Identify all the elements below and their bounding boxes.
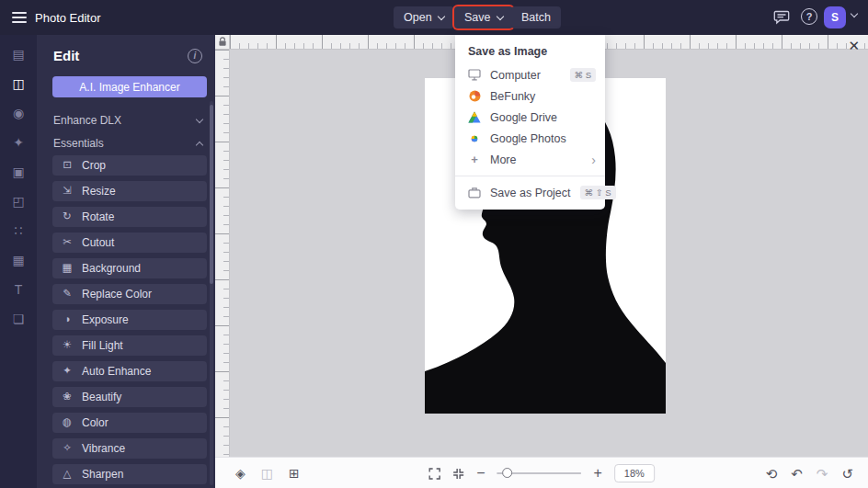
- save-menu-item-google-drive[interactable]: Google Drive: [455, 107, 605, 128]
- help-icon[interactable]: ?: [801, 8, 817, 25]
- zoom-in-button[interactable]: +: [593, 466, 601, 481]
- tool-list: ⊡Crop ⇲Resize ↻Rotate ✂Cutout ▦Backgroun…: [52, 155, 207, 484]
- sidebar-item-frames[interactable]: ▣: [8, 165, 29, 179]
- tool-label: Vibrance: [82, 442, 125, 455]
- chevron-down-icon: [496, 12, 503, 19]
- info-icon[interactable]: i: [188, 49, 202, 63]
- account-chevron-icon[interactable]: [851, 10, 858, 17]
- color-wheel-icon: ◍: [61, 417, 74, 428]
- save-button[interactable]: Save: [454, 6, 513, 28]
- save-menu-item-save-as-project[interactable]: Save as Project ⌘ ⇧ S: [455, 182, 605, 203]
- crop-icon: ⊡: [61, 160, 74, 171]
- avatar-initial: S: [831, 11, 839, 24]
- section-essentials[interactable]: Essentials: [53, 134, 202, 153]
- tool-sharpen[interactable]: △Sharpen: [52, 464, 207, 484]
- tool-crop[interactable]: ⊡Crop: [52, 155, 207, 176]
- reset-icon: ⟲: [766, 466, 778, 482]
- tool-vibrance[interactable]: ✧Vibrance: [52, 438, 207, 459]
- compare-icon: ◫: [261, 466, 273, 481]
- ai-image-enhancer-button[interactable]: A.I. Image Enhancer: [52, 76, 207, 97]
- chevron-down-icon: [196, 115, 203, 122]
- open-button[interactable]: Open: [394, 6, 454, 28]
- tool-beautify[interactable]: ❀Beautify: [52, 387, 207, 407]
- tool-label: Resize: [82, 185, 116, 198]
- save-menu-item-befunky[interactable]: BeFunky: [455, 85, 605, 107]
- close-canvas-icon[interactable]: ✕: [844, 36, 863, 56]
- shortcut-badge: ⌘ S: [570, 68, 596, 82]
- fit-to-screen-button[interactable]: [452, 468, 464, 480]
- section-label: Essentials: [53, 137, 104, 150]
- panel-title: Edit: [53, 48, 79, 63]
- sidebar-item-text[interactable]: T: [8, 282, 29, 297]
- sidebar-item-layers[interactable]: ❏: [8, 312, 29, 326]
- save-menu-item-more[interactable]: + More ›: [455, 149, 605, 170]
- tool-color[interactable]: ◍Color: [52, 413, 207, 433]
- tool-auto-enhance[interactable]: ✦Auto Enhance: [52, 361, 207, 381]
- sidebar-item-graphics[interactable]: ∷: [8, 223, 29, 238]
- edit-icon: ◫: [12, 77, 24, 90]
- tool-label: Background: [82, 262, 141, 275]
- history-button[interactable]: ↺: [841, 467, 853, 481]
- sidebar-item-overlays[interactable]: ◰: [8, 194, 29, 209]
- sidebar-item-photo-library[interactable]: ▤: [8, 47, 29, 62]
- undo-button[interactable]: ↶: [791, 467, 803, 481]
- save-dropdown-menu: Save as Image Computer ⌘ S BeFunky: [455, 35, 605, 210]
- pen-icon: ✎: [61, 289, 74, 300]
- zoom-slider[interactable]: [497, 467, 581, 480]
- tool-rotate[interactable]: ↻Rotate: [52, 207, 207, 227]
- text-icon: T: [15, 283, 23, 296]
- tool-cutout[interactable]: ✂Cutout: [52, 233, 207, 253]
- menu-item-label: More: [490, 153, 516, 166]
- zoom-out-button[interactable]: −: [476, 466, 485, 481]
- zoom-percentage[interactable]: 18%: [614, 464, 655, 482]
- user-avatar[interactable]: S: [824, 6, 846, 28]
- panel-scrollbar-thumb[interactable]: [210, 105, 213, 284]
- batch-button[interactable]: Batch: [511, 6, 561, 28]
- tool-replace-color[interactable]: ✎Replace Color: [52, 284, 207, 304]
- sidebar-item-touch-up[interactable]: ◉: [8, 106, 29, 120]
- tool-resize[interactable]: ⇲Resize: [52, 181, 207, 201]
- section-enhance-dlx[interactable]: Enhance DLX: [53, 111, 202, 130]
- reset-button[interactable]: ⟲: [766, 467, 778, 481]
- effects-icon: ✦: [13, 136, 24, 149]
- compare-button[interactable]: ◫: [261, 467, 273, 480]
- rotate-icon: ↻: [61, 211, 74, 222]
- tool-exposure[interactable]: ◑Exposure: [52, 310, 207, 330]
- save-menu-item-computer[interactable]: Computer ⌘ S: [455, 64, 605, 85]
- exposure-icon: ◑: [61, 314, 74, 325]
- redo-button[interactable]: ↷: [817, 467, 828, 481]
- project-briefcase-icon: [468, 187, 481, 199]
- image-manager-button[interactable]: ⊞: [289, 467, 300, 480]
- ai-button-label: A.I. Image Enhancer: [79, 81, 179, 94]
- save-menu-item-google-photos[interactable]: Google Photos: [455, 128, 605, 149]
- tool-label: Fill Light: [82, 339, 123, 352]
- photo-library-icon: ▤: [12, 48, 24, 61]
- resize-icon: ⇲: [61, 186, 74, 197]
- tool-label: Beautify: [82, 391, 121, 403]
- layers-icon: ❏: [13, 312, 25, 325]
- layers-button[interactable]: ◈: [235, 467, 246, 480]
- sidebar-item-textures[interactable]: ▦: [8, 253, 29, 267]
- tool-label: Cutout: [82, 236, 114, 249]
- hamburger-menu-icon[interactable]: [12, 12, 27, 23]
- menu-item-label: BeFunky: [490, 90, 535, 103]
- tool-background[interactable]: ▦Background: [52, 258, 207, 278]
- tool-label: Crop: [82, 159, 106, 172]
- google-photos-icon: [468, 132, 481, 145]
- sidebar-item-edit[interactable]: ◫: [8, 76, 29, 91]
- tool-label: Color: [82, 416, 108, 429]
- ruler-lock-icon[interactable]: [215, 35, 230, 50]
- chevron-right-icon: ›: [591, 153, 596, 166]
- sun-icon: ☀: [61, 340, 74, 351]
- save-menu-header: Save as Image: [455, 35, 605, 64]
- fullscreen-button[interactable]: [428, 468, 440, 480]
- zoom-slider-handle[interactable]: [502, 468, 512, 478]
- sidebar-item-effects[interactable]: ✦: [8, 135, 29, 150]
- status-bar: ◈ ◫ ⊞ − + 18% ⟲ ↶ ↷ ↺: [215, 457, 868, 488]
- redo-icon: ↷: [817, 466, 828, 482]
- feedback-chat-icon[interactable]: [772, 8, 791, 27]
- plus-icon: +: [593, 465, 601, 481]
- magic-wand-icon: ✦: [61, 366, 74, 377]
- tool-fill-light[interactable]: ☀Fill Light: [52, 335, 207, 356]
- menu-item-label: Google Photos: [490, 132, 566, 145]
